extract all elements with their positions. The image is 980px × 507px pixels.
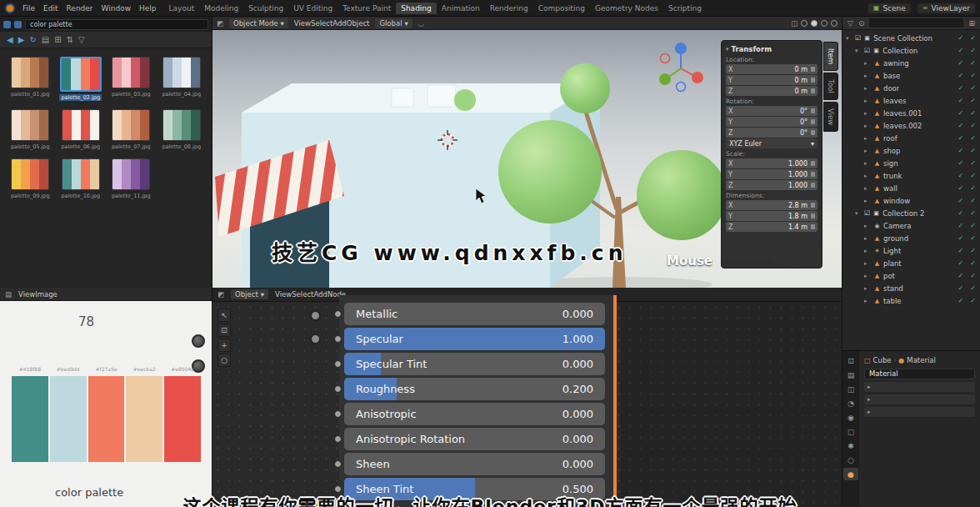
navigation-gizmo[interactable] — [659, 43, 703, 92]
filter-icon[interactable]: ▽ — [848, 19, 853, 28]
lock-icon[interactable] — [811, 203, 815, 208]
scene-selector[interactable]: ▣ Scene — [868, 3, 911, 13]
shader-menu-add[interactable]: Add — [313, 290, 327, 299]
disclosure-icon[interactable]: ▸ — [864, 85, 871, 92]
reference-thumbnail[interactable]: palette_06.jpg — [59, 109, 103, 150]
input-socket-icon[interactable] — [334, 360, 342, 368]
properties-tab-physics[interactable]: ○ — [843, 454, 858, 466]
render-toggle[interactable]: ✓ — [970, 134, 976, 142]
transform-field-location-y[interactable]: Y0 m — [726, 75, 818, 85]
lock-icon[interactable] — [811, 67, 815, 72]
visibility-toggle[interactable]: ✓ — [958, 59, 964, 67]
transform-field-scale-y[interactable]: Y1.000 — [726, 169, 818, 179]
shader-menu-view[interactable]: View — [275, 290, 292, 299]
shading-wireframe-icon[interactable] — [801, 20, 808, 27]
input-socket-icon[interactable] — [334, 460, 342, 468]
outliner-row[interactable]: ▸▲ground✓✓ — [842, 232, 980, 244]
outliner-row[interactable]: ▸▲window✓✓ — [842, 194, 980, 207]
disclosure-icon[interactable]: ▾ — [855, 210, 862, 217]
visibility-toggle[interactable]: ✓ — [958, 84, 964, 92]
param-slider-roughness[interactable]: Roughness0.200 — [344, 378, 605, 400]
outliner-row[interactable]: ▸▲pot✓✓ — [842, 269, 980, 282]
window-control-icon[interactable] — [14, 21, 22, 28]
outliner-row[interactable]: ▸▲shop✓✓ — [842, 144, 980, 157]
reference-thumbnail[interactable]: palette_05.jpg — [8, 109, 52, 150]
visibility-toggle[interactable]: ✓ — [958, 159, 964, 167]
breadcrumb-item[interactable]: Cube — [873, 356, 892, 364]
shader-menu-select[interactable]: Select — [292, 290, 313, 299]
shading-solid-icon[interactable] — [811, 20, 818, 27]
transform-field-rotation-z[interactable]: Z0° — [726, 128, 818, 138]
disclosure-icon[interactable]: ▸ — [864, 223, 871, 229]
render-toggle[interactable]: ✓ — [970, 197, 976, 204]
input-socket-icon[interactable] — [334, 435, 342, 443]
gizmo-x-axis[interactable] — [692, 72, 703, 83]
workspace-tab-sculpting[interactable]: Sculpting — [243, 3, 288, 14]
disclosure-icon[interactable]: ▸ — [864, 285, 871, 292]
render-toggle[interactable]: ✓ — [970, 297, 976, 304]
outliner-row[interactable]: ▾☑▣Collection✓✓ — [842, 44, 980, 57]
visibility-toggle[interactable]: ✓ — [958, 72, 964, 79]
breadcrumb-item[interactable]: Material — [907, 356, 936, 364]
lock-icon[interactable] — [811, 130, 815, 135]
menu-window[interactable]: Window — [98, 3, 136, 13]
render-toggle[interactable]: ✓ — [970, 259, 976, 267]
menu-render[interactable]: Render — [62, 3, 98, 13]
reference-thumbnail[interactable]: palette_07.jpg — [109, 109, 153, 150]
grid-view-icon[interactable]: ⊞ — [54, 35, 61, 44]
render-toggle[interactable]: ✓ — [970, 247, 976, 254]
reference-thumbnail[interactable]: palette_10.jpg — [59, 158, 103, 199]
viewport-menu-select[interactable]: Select — [311, 19, 332, 28]
outliner-row[interactable]: ▸▲table✓✓ — [842, 294, 980, 307]
disclosure-icon[interactable]: ▾ — [855, 48, 862, 54]
node-socket-icon[interactable] — [310, 310, 321, 321]
outliner-row[interactable]: ▸▲leaves✓✓ — [842, 94, 980, 107]
select-tool-icon[interactable]: ↖ — [218, 309, 231, 322]
disclosure-icon[interactable]: ▸ — [864, 98, 871, 104]
refresh-icon[interactable]: ↻ — [29, 35, 36, 44]
address-bar[interactable]: color palette — [25, 19, 208, 30]
param-slider-metallic[interactable]: Metallic0.000 — [344, 303, 605, 325]
visibility-toggle[interactable]: ✓ — [958, 172, 964, 179]
transform-field-location-x[interactable]: X0 m — [726, 64, 818, 74]
window-control-icon[interactable] — [3, 21, 11, 28]
outliner-row[interactable]: ▸▲leaves.002✓✓ — [842, 119, 980, 132]
outliner-row[interactable]: ▾☑▣Scene Collection✓✓ — [842, 32, 980, 44]
gizmo-y-axis[interactable] — [659, 73, 671, 85]
workspace-tab-layout[interactable]: Layout — [164, 3, 200, 14]
collapse-arrow-icon[interactable]: ▾ — [726, 46, 729, 53]
lock-icon[interactable] — [811, 78, 815, 83]
visibility-toggle[interactable]: ✓ — [958, 97, 964, 104]
render-toggle[interactable]: ✓ — [970, 59, 976, 67]
outliner-row[interactable]: ▸▲stand✓✓ — [842, 282, 980, 294]
visibility-toggle[interactable]: ✓ — [958, 297, 964, 304]
reference-thumbnail[interactable]: palette_04.jpg — [160, 57, 204, 101]
disclosure-icon[interactable]: ▸ — [864, 173, 871, 179]
viewport-menu-add[interactable]: Add — [332, 19, 346, 28]
image-menu-image[interactable]: Image — [35, 290, 58, 299]
transform-field-dimensions-x[interactable]: X2.8 m — [726, 200, 818, 210]
list-view-icon[interactable]: ▤ — [42, 35, 49, 44]
properties-section[interactable]: ▸ — [864, 407, 975, 417]
visibility-toggle[interactable]: ✓ — [958, 122, 964, 129]
outliner-options-icon[interactable]: ⊞ — [968, 19, 975, 28]
render-toggle[interactable]: ✓ — [970, 184, 976, 192]
transform-field-dimensions-y[interactable]: Y1.8 m — [726, 211, 818, 221]
render-toggle[interactable]: ✓ — [970, 122, 976, 129]
outliner-row[interactable]: ▸▲trunk✓✓ — [842, 169, 980, 182]
workspace-tab-compositing[interactable]: Compositing — [533, 3, 590, 14]
visibility-toggle[interactable]: ✓ — [958, 247, 964, 254]
menu-edit[interactable]: Edit — [39, 3, 62, 13]
visibility-toggle[interactable]: ✓ — [958, 134, 964, 142]
properties-tab-scene[interactable]: ◔ — [843, 397, 858, 409]
input-socket-icon[interactable] — [334, 385, 342, 393]
n-panel-tab-view[interactable]: View — [823, 102, 838, 132]
outliner-row[interactable]: ▸▲sign✓✓ — [842, 157, 980, 169]
material-name-field[interactable]: Material — [864, 369, 975, 379]
snap-magnet-icon[interactable]: ◡ — [418, 19, 424, 28]
editor-type-icon[interactable]: ◩ — [217, 19, 223, 28]
orientation-dropdown[interactable]: Global ▾ — [375, 18, 412, 28]
disclosure-icon[interactable]: ▸ — [864, 273, 871, 279]
param-slider-specular[interactable]: Specular1.000 — [344, 328, 605, 350]
reference-thumbnail[interactable]: palette_08.jpg — [160, 109, 204, 150]
